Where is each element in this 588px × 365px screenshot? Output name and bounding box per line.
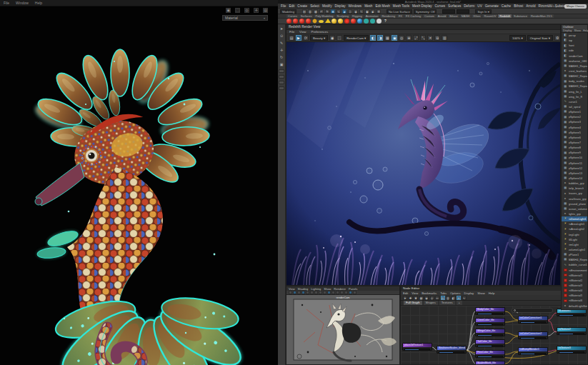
shader-node-slider[interactable] bbox=[477, 313, 503, 315]
rs-splat-icon[interactable] bbox=[344, 19, 349, 24]
outliner-row[interactable]: wing_fin_L bbox=[562, 89, 587, 94]
outliner-row[interactable]: rimLight bbox=[562, 242, 587, 247]
viewport-menu-item[interactable]: View bbox=[289, 287, 295, 291]
outliner-row[interactable]: body_scales bbox=[562, 79, 587, 84]
maya-menu-item[interactable]: Mesh Tools bbox=[393, 4, 409, 8]
gear-icon[interactable]: ⚙ bbox=[554, 35, 560, 41]
maya-menu-item[interactable]: Display bbox=[334, 4, 345, 8]
new-scene-icon[interactable]: ▤ bbox=[302, 9, 307, 14]
node-editor-menu-item[interactable]: Tabs bbox=[440, 291, 447, 295]
rs-help-icon[interactable]: ? bbox=[383, 19, 388, 24]
shader-node-slider[interactable] bbox=[477, 345, 503, 347]
shader-node[interactable]: place2dTexture1 bbox=[402, 343, 432, 351]
shelf-tab[interactable]: RizomUV bbox=[482, 14, 497, 18]
shader-node[interactable]: SeahorseScales_blend bbox=[437, 346, 467, 354]
viewport-film-gate-icon[interactable] bbox=[297, 291, 301, 294]
outliner-row[interactable]: pSphere13 bbox=[562, 171, 587, 176]
outliner-row[interactable]: volumeLight1 bbox=[562, 247, 587, 252]
paint-select-tool-icon[interactable]: ✎ bbox=[279, 41, 284, 46]
outliner-row[interactable]: rsMaterial6 bbox=[562, 298, 587, 303]
shelf-tab[interactable]: Surfaces bbox=[299, 14, 314, 18]
snap-grid-icon[interactable]: ⊞ bbox=[331, 9, 335, 14]
shader-node[interactable]: BodyColor_file bbox=[475, 307, 505, 315]
layout-persp-outliner-button[interactable] bbox=[279, 81, 284, 84]
rs-area-light-icon[interactable] bbox=[338, 19, 343, 24]
shader-node[interactable]: rsColorCorrection1 bbox=[518, 316, 548, 324]
camera-dropdown[interactable]: RenderCam ▾ bbox=[344, 35, 369, 41]
viewport-res-gate-icon[interactable] bbox=[302, 291, 305, 294]
outliner-row[interactable]: lights_grp bbox=[562, 211, 587, 216]
render-view-menu-item[interactable]: Preferences bbox=[312, 30, 329, 34]
outliner-row[interactable]: MASH2_ReproMesh bbox=[562, 74, 587, 79]
outliner-row[interactable]: pSphere14 bbox=[562, 176, 587, 181]
viewport-aa-icon[interactable] bbox=[349, 291, 352, 294]
viewport-lights-icon[interactable] bbox=[336, 291, 339, 294]
outliner-row[interactable]: pSphere1 bbox=[562, 109, 587, 114]
shader-node[interactable]: WingsColor_file bbox=[475, 329, 505, 336]
outliner-row[interactable]: rsMaterial1 bbox=[562, 273, 587, 278]
select-tool-icon[interactable]: ➤ bbox=[279, 26, 284, 31]
render-view-menu-item[interactable]: View bbox=[299, 30, 306, 34]
copy-icon[interactable]: ⧉ bbox=[434, 35, 440, 41]
outliner-row[interactable]: keyLight bbox=[562, 231, 587, 236]
node-editor-menu-item[interactable]: Show bbox=[477, 291, 484, 295]
shader-node[interactable]: CrestColor_file bbox=[475, 318, 505, 326]
shelf-tab[interactable]: Rendering bbox=[380, 14, 396, 18]
shelf-tab[interactable]: Poly Modeling bbox=[314, 14, 334, 18]
maya-menu-item[interactable]: Edit bbox=[289, 4, 294, 8]
rotate-tool-icon[interactable]: ↻ bbox=[279, 55, 284, 60]
shader-node-slider[interactable] bbox=[404, 349, 430, 351]
outliner-row[interactable]: fillLight bbox=[562, 237, 587, 242]
viewport-shaded-icon[interactable] bbox=[327, 291, 331, 294]
sphere-preview-icon[interactable]: ◎ bbox=[399, 35, 404, 41]
ne-zoom-icon[interactable]: ◎ bbox=[430, 296, 434, 300]
shader-node[interactable]: ScalesMask_file bbox=[475, 361, 505, 364]
viewport-wireframe-icon[interactable] bbox=[323, 291, 327, 294]
node-editor-menu-item[interactable]: Bookmarks bbox=[422, 291, 437, 295]
ne-pin-icon[interactable]: ◉ bbox=[424, 296, 429, 300]
rs-caution-icon[interactable] bbox=[325, 19, 330, 24]
outliner-row[interactable]: pSphere11 bbox=[562, 161, 587, 166]
refresh-icon[interactable]: ⟳ bbox=[303, 35, 309, 41]
viewport-gate-mask-icon[interactable] bbox=[306, 291, 309, 294]
snap-plane-icon[interactable]: ◇ bbox=[348, 9, 352, 14]
split-view-icon[interactable]: ◨ bbox=[377, 35, 383, 41]
outliner-row[interactable]: tail_spiral bbox=[562, 104, 587, 109]
outliner-row[interactable]: side bbox=[562, 48, 587, 53]
outliner-row[interactable]: ground_plane bbox=[562, 201, 587, 206]
expand-icon[interactable]: ⤡ bbox=[420, 35, 426, 41]
ne-add-node-icon[interactable]: ✚ bbox=[409, 296, 413, 300]
outliner-row[interactable]: pSphere3 bbox=[562, 119, 587, 124]
rs-dome-light-icon[interactable] bbox=[332, 19, 337, 24]
outliner-row[interactable]: rsEnvironment1 bbox=[562, 267, 587, 272]
viewport-menu-item[interactable]: Lighting bbox=[311, 287, 321, 291]
node-graph-canvas[interactable]: place2dTexture1 SeahorseScales_blend Bod… bbox=[401, 306, 587, 364]
outliner-row[interactable]: curve1 bbox=[562, 99, 587, 104]
maya-menu-item[interactable]: Mesh Display bbox=[412, 4, 432, 8]
snap-point-icon[interactable]: ◈ bbox=[342, 9, 347, 14]
sign-in-button[interactable]: Sign In ▾ bbox=[475, 9, 491, 14]
outliner-row[interactable]: rsDomeLight1 bbox=[562, 216, 587, 221]
shelf-tab[interactable]: XGen bbox=[472, 14, 482, 18]
shader-node[interactable]: rsColorCorrection2 bbox=[518, 331, 548, 339]
maya-menu-item[interactable]: Bifrost bbox=[514, 4, 523, 8]
shader-node[interactable]: TailColor_file bbox=[475, 339, 505, 347]
maya-menu-item[interactable]: Modify bbox=[322, 4, 332, 8]
rs-object-id-icon[interactable] bbox=[370, 19, 375, 24]
outliner-row[interactable]: renderCam bbox=[562, 54, 587, 59]
outliner-row[interactable]: pSphere6 bbox=[562, 135, 587, 140]
outliner-row[interactable]: MASH4_ReproMesh bbox=[562, 257, 587, 262]
maya-menu-item[interactable]: Select bbox=[310, 4, 319, 8]
outliner-row[interactable]: pSphere9 bbox=[562, 150, 587, 155]
rs-ipr-icon[interactable] bbox=[293, 19, 298, 24]
shelf-tab[interactable]: Redshift bbox=[498, 14, 512, 18]
node-editor-menu-item[interactable]: View bbox=[412, 291, 418, 295]
rs-snapshot-icon[interactable] bbox=[299, 19, 304, 24]
outliner-row[interactable]: pSphere12 bbox=[562, 166, 587, 171]
layout-single-button[interactable] bbox=[279, 69, 284, 73]
maya-menu-item[interactable]: Mesh bbox=[364, 4, 372, 8]
outliner-row[interactable]: seahorse_GEO bbox=[562, 59, 587, 64]
lasso-tool-icon[interactable]: ⊙ bbox=[279, 34, 284, 39]
shader-node-slider[interactable] bbox=[520, 353, 546, 355]
outliner-row[interactable]: pSphere4 bbox=[562, 125, 587, 130]
